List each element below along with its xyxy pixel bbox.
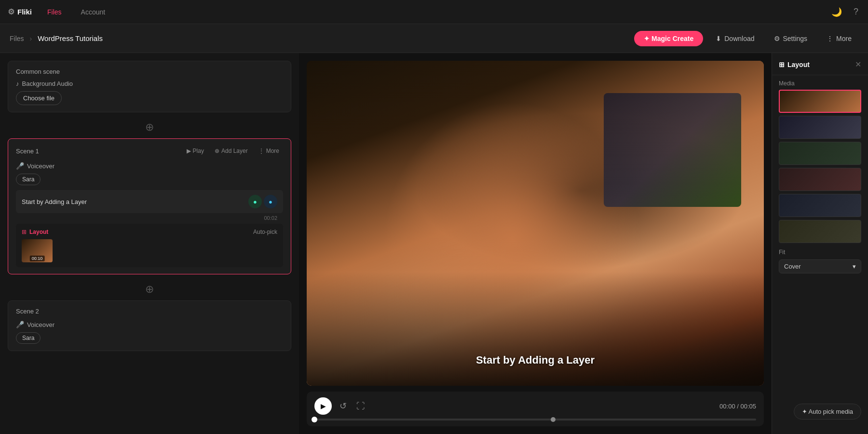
video-placeholder-bg [307, 61, 764, 386]
download-button[interactable]: ⬇ Download [709, 31, 761, 46]
scene2-voiceover-label: Voiceover [27, 321, 54, 328]
common-scene-title: Common scene [16, 68, 283, 75]
breadcrumb-actions: ✦ Magic Create ⬇ Download ⚙ Settings ⋮ M… [634, 31, 858, 46]
media-thumb-6[interactable] [779, 220, 861, 243]
left-panel: Common scene ♪ Background Audio Choose f… [0, 53, 299, 434]
scene2-card: Scene 2 🎤 Voiceover Sara [8, 300, 291, 351]
media-thumb-4[interactable] [779, 168, 861, 191]
scene2-voice-chip[interactable]: Sara [16, 332, 41, 344]
panel-title: ⊞ Layout [779, 61, 810, 68]
scene2-voiceover-icon: 🎤 [16, 321, 24, 328]
video-preview: Start by Adding a Layer [307, 61, 764, 386]
scene1-title: Scene 1 [16, 148, 39, 155]
choose-file-button[interactable]: Choose file [16, 91, 62, 105]
media-thumb-3[interactable] [779, 142, 861, 165]
video-controls: ▶ ↺ ⛶ 00:00 / 00:05 [307, 392, 764, 426]
gear-icon: ⚙ [8, 7, 14, 16]
breadcrumb-parent[interactable]: Files [10, 35, 24, 42]
fit-section: Fit Cover ▾ [772, 243, 868, 279]
scene2-title: Scene 2 [16, 308, 39, 315]
magic-create-button[interactable]: ✦ Magic Create [634, 31, 703, 46]
voiceover-icon: 🎤 [16, 162, 24, 170]
right-panel: ⊞ Layout ✕ Media Fit Cover ▾ ✦ Auto pick… [772, 53, 868, 434]
scene1-card: Scene 1 ▶ Play ⊕ Add Layer ⋮ More [8, 138, 291, 274]
add-scene-row-2: ⊕ [8, 278, 291, 300]
play-pause-button[interactable]: ▶ [314, 397, 332, 415]
layout-grid-icon: ⊞ [22, 229, 27, 235]
nav-files[interactable]: Files [43, 6, 66, 18]
scene1-layout-thumbnail[interactable]: 00:10 [22, 239, 53, 262]
breadcrumb-bar: Files › WordPress Tutorials ✦ Magic Crea… [0, 24, 868, 53]
music-icon: ♪ [16, 80, 19, 87]
scene1-auto-pick-label: Auto-pick [253, 229, 277, 235]
media-thumb-1[interactable] [779, 90, 861, 113]
scene1-thumb-time: 00:10 [30, 256, 45, 261]
nav-right-actions: 🌙 ? [829, 5, 860, 19]
more-button[interactable]: ⋮ More [820, 31, 858, 46]
scene1-time: 00:02 [16, 215, 283, 221]
fit-value: Cover [784, 263, 801, 270]
scene1-add-layer-button[interactable]: ⊕ Add Layer [211, 146, 252, 156]
add-scene-button-1[interactable]: ⊕ [142, 120, 157, 135]
add-layer-icon: ⊕ [215, 148, 219, 154]
add-scene-button-2[interactable]: ⊕ [142, 282, 157, 297]
chevron-down-icon: ▾ [853, 263, 856, 270]
scene1-header: Scene 1 ▶ Play ⊕ Add Layer ⋮ More [16, 146, 283, 156]
add-scene-row-1: ⊕ [8, 116, 291, 138]
fullscreen-button[interactable]: ⛶ [354, 399, 367, 413]
breadcrumb-separator: › [30, 35, 32, 42]
breadcrumb-current: WordPress Tutorials [38, 34, 103, 42]
scene1-play-button[interactable]: ▶ Play [183, 146, 208, 156]
more-dots-icon: ⋮ [827, 35, 833, 42]
progress-bar[interactable] [314, 419, 756, 420]
scene1-more-icon: ⋮ [258, 148, 264, 154]
scene1-layout-label: Layout [29, 229, 48, 235]
dark-mode-toggle[interactable]: 🌙 [829, 5, 844, 19]
scene1-actions: ▶ Play ⊕ Add Layer ⋮ More [183, 146, 283, 156]
scene1-layout-row[interactable]: ⊞ Layout Auto-pick 00:10 [16, 224, 283, 267]
scene2-header: Scene 2 [16, 308, 283, 315]
common-scene-card: Common scene ♪ Background Audio Choose f… [8, 61, 291, 112]
controls-row: ▶ ↺ ⛶ 00:00 / 00:05 [314, 397, 756, 415]
scene1-voiceover-label: Voiceover [27, 163, 54, 170]
app-name: Fliki [17, 8, 32, 16]
text-indicator-green: ● [248, 195, 262, 208]
scene1-text-row[interactable]: Start by Adding a Layer ● ● [16, 190, 283, 213]
media-thumb-2[interactable] [779, 116, 861, 139]
layout-panel-icon: ⊞ [779, 61, 785, 68]
scene2-voiceover-row: 🎤 Voiceover [16, 321, 283, 328]
right-panel-header: ⊞ Layout ✕ [772, 53, 868, 75]
scene1-more-button[interactable]: ⋮ More [255, 146, 283, 156]
video-overlay-text: Start by Adding a Layer [476, 354, 595, 366]
app-logo: ⚙ Fliki [8, 7, 32, 16]
media-section-label: Media [772, 75, 868, 90]
scene1-voiceover-row: 🎤 Voiceover [16, 162, 283, 170]
fit-dropdown[interactable]: Cover ▾ [779, 259, 861, 273]
background-audio-label: ♪ Background Audio [16, 80, 283, 87]
download-icon: ⬇ [716, 35, 721, 42]
progress-marker [551, 417, 556, 422]
text-indicator-blue: ● [264, 195, 277, 208]
main-layout: Common scene ♪ Background Audio Choose f… [0, 53, 868, 434]
scene1-layout-header: ⊞ Layout Auto-pick [22, 229, 277, 235]
top-nav: ⚙ Fliki Files Account 🌙 ? [0, 0, 868, 24]
fit-label: Fit [779, 249, 861, 256]
scene1-text-content: Start by Adding a Layer [22, 198, 244, 205]
media-thumb-5[interactable] [779, 194, 861, 217]
play-icon: ▶ [187, 148, 191, 154]
progress-handle[interactable] [312, 417, 317, 422]
time-display: 00:00 / 00:05 [719, 403, 756, 410]
nav-account[interactable]: Account [77, 6, 109, 18]
media-grid [772, 90, 868, 243]
close-panel-button[interactable]: ✕ [855, 60, 861, 69]
scene1-text-controls: ● ● [248, 195, 277, 208]
replay-button[interactable]: ↺ [338, 399, 349, 413]
help-button[interactable]: ? [852, 5, 860, 19]
settings-button[interactable]: ⚙ Settings [767, 31, 814, 46]
settings-icon: ⚙ [774, 35, 780, 42]
scene1-voice-chip[interactable]: Sara [16, 174, 41, 185]
center-panel: Start by Adding a Layer ▶ ↺ ⛶ 00:00 / 00… [299, 53, 772, 434]
auto-pick-media-button[interactable]: ✦ Auto pick media [794, 404, 861, 420]
